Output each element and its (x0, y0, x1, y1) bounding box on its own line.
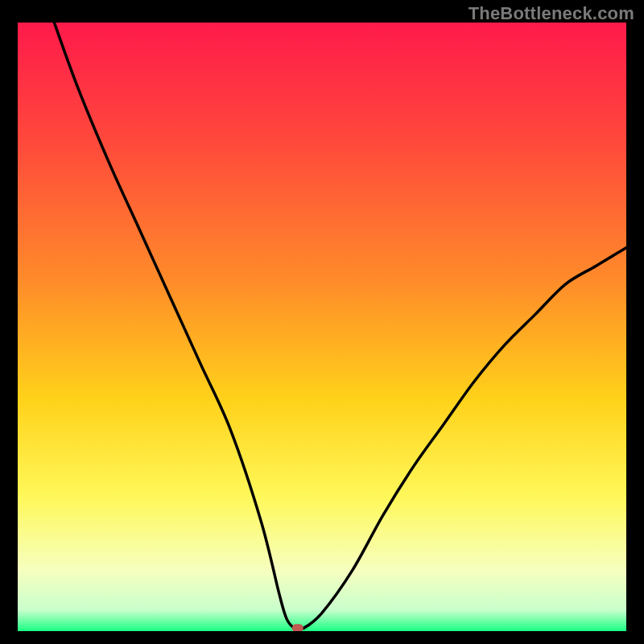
watermark-text: TheBottleneck.com (469, 3, 634, 24)
plot-area (18, 23, 626, 631)
chart-container: TheBottleneck.com (0, 0, 644, 644)
gradient-background (18, 23, 626, 631)
optimal-point-marker (292, 624, 303, 631)
chart-svg (18, 23, 626, 631)
